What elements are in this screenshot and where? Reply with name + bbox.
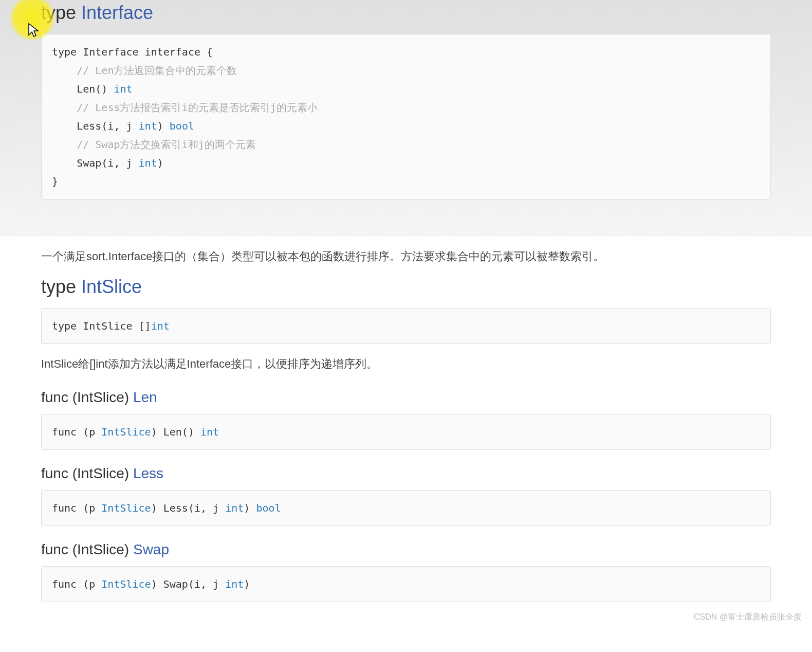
heading-prefix: func (IntSlice) — [41, 465, 133, 481]
desc-interface: 一个满足sort.Interface接口的（集合）类型可以被本包的函数进行排序。… — [41, 247, 771, 266]
heading-prefix: type — [41, 2, 81, 23]
heading-func-swap: func (IntSlice) Swap — [41, 541, 771, 558]
desc-intslice: IntSlice给[]int添加方法以满足Interface接口，以便排序为递增… — [41, 354, 771, 373]
code-block-interface: type Interface interface { // Len方法返回集合中… — [41, 34, 771, 200]
heading-type-name[interactable]: IntSlice — [81, 276, 142, 297]
heading-type-intslice: type IntSlice — [41, 276, 771, 298]
heading-prefix: type — [41, 276, 81, 297]
heading-func-less: func (IntSlice) Less — [41, 465, 771, 482]
heading-type-interface: type Interface — [41, 2, 771, 24]
code-block-swap: func (p IntSlice) Swap(i, j int) — [41, 566, 771, 602]
code-block-len: func (p IntSlice) Len() int — [41, 414, 771, 450]
heading-func-name[interactable]: Len — [133, 389, 157, 405]
code-block-intslice: type IntSlice []int — [41, 308, 771, 344]
heading-func-len: func (IntSlice) Len — [41, 389, 771, 406]
heading-prefix: func (IntSlice) — [41, 541, 133, 557]
code-block-less: func (p IntSlice) Less(i, j int) bool — [41, 490, 771, 526]
heading-type-name[interactable]: Interface — [81, 2, 153, 23]
heading-func-name[interactable]: Swap — [133, 541, 169, 557]
heading-prefix: func (IntSlice) — [41, 389, 133, 405]
watermark-text: CSDN @富士康质检员张全蛋 — [694, 612, 802, 623]
heading-func-name[interactable]: Less — [133, 465, 163, 481]
